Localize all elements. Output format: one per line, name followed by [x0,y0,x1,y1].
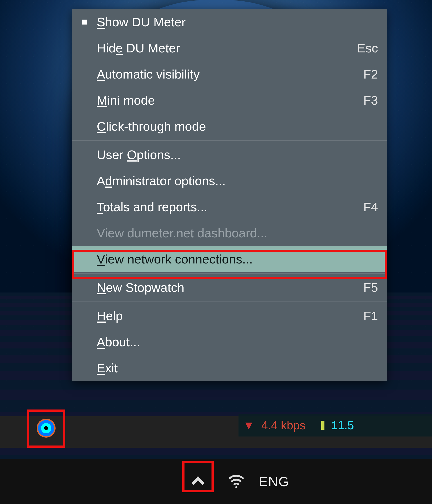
menu-item-label: Totals and reports... [97,200,363,214]
bullet-icon [82,19,87,25]
menu-item-about[interactable]: About... [72,329,387,355]
svg-point-0 [235,486,237,488]
upload-rate: 11.5 [331,418,354,432]
du-meter-tray-icon[interactable] [34,416,58,441]
du-meter-widget[interactable]: ▼ 4.4 kbps 11.5 [238,414,432,436]
upload-bar-icon [321,421,324,430]
menu-item-automatic-visibility[interactable]: Automatic visibilityF2 [72,61,387,87]
menu-item-label: Help [97,309,363,323]
menu-item-show-du-meter[interactable]: Show DU Meter [72,9,387,35]
menu-item-check [72,19,97,25]
menu-item-administrator-options[interactable]: Administrator options... [72,168,387,194]
menu-item-totals-and-reports[interactable]: Totals and reports...F4 [72,194,387,220]
menu-item-accel: F2 [363,67,378,81]
menu-item-label: Automatic visibility [97,67,363,81]
taskbar: ENG [0,459,432,504]
menu-item-accel: F3 [363,93,378,108]
menu-item-label: View network connections... [97,252,378,266]
menu-item-label: Click-through mode [97,119,378,134]
menu-item-accel: F4 [363,200,378,214]
menu-item-mini-mode[interactable]: Mini modeF3 [72,87,387,113]
menu-item-label: Administrator options... [97,174,378,188]
eye-icon [37,419,55,438]
menu-item-view-network-connections[interactable]: View network connections... [72,246,387,272]
menu-item-accel: Esc [357,41,378,55]
menu-item-view-dumeter-net-dashboard: View dumeter.net dashboard... [72,220,387,246]
download-arrow-icon: ▼ [243,418,254,432]
chevron-up-icon [191,475,205,488]
menu-item-exit[interactable]: Exit [72,355,387,381]
menu-item-accel: F1 [363,309,378,323]
menu-item-user-options[interactable]: User Options... [72,142,387,168]
menu-item-new-stopwatch[interactable]: New StopwatchF5 [72,274,387,301]
menu-item-label: About... [97,335,378,349]
menu-item-help[interactable]: HelpF1 [72,303,387,329]
menu-item-label: View dumeter.net dashboard... [97,226,378,240]
menu-item-label: Exit [97,361,378,375]
menu-item-label: Hide DU Meter [97,41,357,55]
menu-item-label: User Options... [97,148,378,162]
menu-item-click-through-mode[interactable]: Click-through mode [72,113,387,140]
context-menu: Show DU MeterHide DU MeterEscAutomatic v… [72,9,387,381]
wifi-icon [227,471,245,489]
menu-item-accel: F5 [363,280,378,295]
download-rate: 4.4 kbps [261,418,306,432]
language-indicator[interactable]: ENG [259,474,289,489]
menu-item-label: Mini mode [97,93,363,108]
wifi-tray-icon[interactable] [227,471,245,492]
menu-item-hide-du-meter[interactable]: Hide DU MeterEsc [72,35,387,61]
show-hidden-icons-button[interactable] [184,468,212,495]
menu-item-label: New Stopwatch [97,280,363,295]
menu-item-label: Show DU Meter [97,15,378,29]
